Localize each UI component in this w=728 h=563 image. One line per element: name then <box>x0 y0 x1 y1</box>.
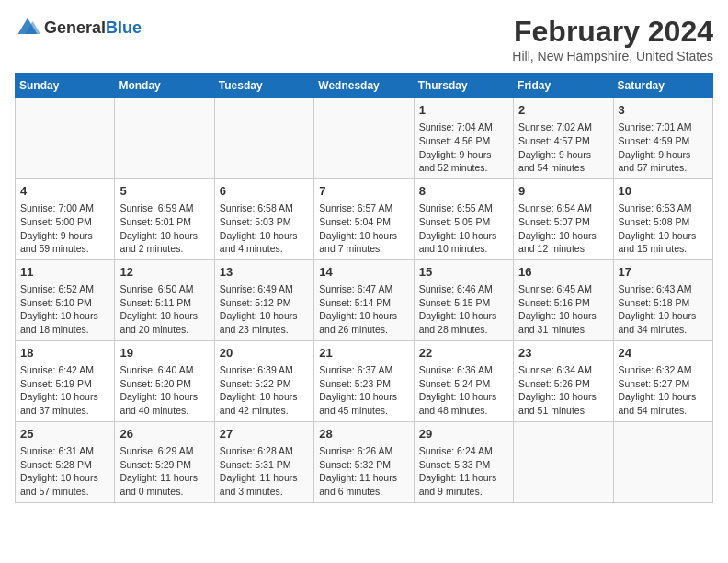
day-detail: Sunrise: 6:36 AMSunset: 5:24 PMDaylight:… <box>419 363 508 418</box>
calendar-cell: 12Sunrise: 6:50 AMSunset: 5:11 PMDayligh… <box>115 259 214 340</box>
day-detail: Sunrise: 6:59 AMSunset: 5:01 PMDaylight:… <box>119 201 209 256</box>
day-detail: Sunrise: 6:50 AMSunset: 5:11 PMDaylight:… <box>119 282 209 337</box>
calendar-cell: 27Sunrise: 6:28 AMSunset: 5:31 PMDayligh… <box>214 421 313 502</box>
day-detail: Sunrise: 6:45 AMSunset: 5:16 PMDaylight:… <box>518 282 608 337</box>
calendar-cell <box>613 421 712 502</box>
calendar-cell: 2Sunrise: 7:02 AMSunset: 4:57 PMDaylight… <box>514 98 613 179</box>
day-detail: Sunrise: 6:32 AMSunset: 5:27 PMDaylight:… <box>619 363 708 418</box>
calendar-cell <box>214 98 313 179</box>
subtitle: Hill, New Hampshire, United States <box>512 49 713 63</box>
day-detail: Sunrise: 7:01 AMSunset: 4:59 PMDaylight:… <box>619 121 708 175</box>
day-number: 20 <box>220 345 309 362</box>
calendar-cell: 4Sunrise: 7:00 AMSunset: 5:00 PMDaylight… <box>16 178 115 259</box>
calendar-cell: 14Sunrise: 6:47 AMSunset: 5:14 PMDayligh… <box>314 259 414 340</box>
calendar-cell: 19Sunrise: 6:40 AMSunset: 5:20 PMDayligh… <box>115 340 214 421</box>
day-number: 5 <box>119 183 209 200</box>
calendar-cell <box>115 98 214 179</box>
calendar-cell: 16Sunrise: 6:45 AMSunset: 5:16 PMDayligh… <box>514 259 613 340</box>
day-number: 17 <box>619 264 708 281</box>
day-number: 9 <box>518 183 608 200</box>
calendar-cell: 7Sunrise: 6:57 AMSunset: 5:04 PMDaylight… <box>314 178 414 259</box>
day-detail: Sunrise: 6:49 AMSunset: 5:12 PMDaylight:… <box>220 282 309 337</box>
day-number: 28 <box>319 426 408 442</box>
page-header: General Blue February 2024 Hill, New Ham… <box>15 15 713 63</box>
calendar-cell: 1Sunrise: 7:04 AMSunset: 4:56 PMDaylight… <box>414 98 513 179</box>
day-detail: Sunrise: 6:24 AMSunset: 5:33 PMDaylight:… <box>419 444 508 499</box>
col-header-tuesday: Tuesday <box>214 74 313 98</box>
day-detail: Sunrise: 6:47 AMSunset: 5:14 PMDaylight:… <box>319 282 408 337</box>
calendar-cell: 25Sunrise: 6:31 AMSunset: 5:28 PMDayligh… <box>16 421 115 502</box>
day-number: 29 <box>419 426 508 442</box>
calendar-cell: 11Sunrise: 6:52 AMSunset: 5:10 PMDayligh… <box>16 259 115 340</box>
day-number: 7 <box>319 183 408 200</box>
calendar-cell: 10Sunrise: 6:53 AMSunset: 5:08 PMDayligh… <box>613 178 712 259</box>
day-number: 27 <box>220 426 309 442</box>
week-row-1: 1Sunrise: 7:04 AMSunset: 4:56 PMDaylight… <box>16 98 713 179</box>
day-detail: Sunrise: 6:29 AMSunset: 5:29 PMDaylight:… <box>119 444 209 499</box>
day-detail: Sunrise: 6:58 AMSunset: 5:03 PMDaylight:… <box>220 201 309 256</box>
day-detail: Sunrise: 6:57 AMSunset: 5:04 PMDaylight:… <box>319 201 408 256</box>
day-number: 13 <box>220 264 309 281</box>
day-number: 8 <box>419 183 508 200</box>
calendar-cell: 3Sunrise: 7:01 AMSunset: 4:59 PMDaylight… <box>613 98 712 179</box>
day-detail: Sunrise: 6:55 AMSunset: 5:05 PMDaylight:… <box>419 201 508 256</box>
day-detail: Sunrise: 6:31 AMSunset: 5:28 PMDaylight:… <box>20 444 109 499</box>
col-header-saturday: Saturday <box>613 74 712 98</box>
calendar-cell: 26Sunrise: 6:29 AMSunset: 5:29 PMDayligh… <box>115 421 214 502</box>
logo-general: General <box>44 18 106 38</box>
calendar-cell: 15Sunrise: 6:46 AMSunset: 5:15 PMDayligh… <box>414 259 513 340</box>
col-header-monday: Monday <box>115 74 214 98</box>
day-detail: Sunrise: 6:46 AMSunset: 5:15 PMDaylight:… <box>419 282 508 337</box>
calendar-cell <box>16 98 115 179</box>
day-detail: Sunrise: 6:34 AMSunset: 5:26 PMDaylight:… <box>518 363 608 418</box>
calendar-cell: 8Sunrise: 6:55 AMSunset: 5:05 PMDaylight… <box>414 178 513 259</box>
calendar-cell: 13Sunrise: 6:49 AMSunset: 5:12 PMDayligh… <box>214 259 313 340</box>
calendar-cell: 18Sunrise: 6:42 AMSunset: 5:19 PMDayligh… <box>16 340 115 421</box>
calendar-cell: 20Sunrise: 6:39 AMSunset: 5:22 PMDayligh… <box>214 340 313 421</box>
day-number: 21 <box>319 345 408 362</box>
col-header-friday: Friday <box>514 74 613 98</box>
day-number: 25 <box>20 426 109 442</box>
day-detail: Sunrise: 6:28 AMSunset: 5:31 PMDaylight:… <box>220 444 309 499</box>
day-number: 6 <box>220 183 309 200</box>
day-detail: Sunrise: 6:54 AMSunset: 5:07 PMDaylight:… <box>518 201 608 256</box>
day-number: 2 <box>518 102 608 119</box>
calendar-cell: 24Sunrise: 6:32 AMSunset: 5:27 PMDayligh… <box>613 340 712 421</box>
calendar-cell: 6Sunrise: 6:58 AMSunset: 5:03 PMDaylight… <box>214 178 313 259</box>
calendar-cell: 23Sunrise: 6:34 AMSunset: 5:26 PMDayligh… <box>514 340 613 421</box>
logo-blue: Blue <box>106 18 142 38</box>
day-number: 18 <box>20 345 109 362</box>
logo: General Blue <box>15 15 142 40</box>
day-detail: Sunrise: 7:00 AMSunset: 5:00 PMDaylight:… <box>20 201 109 256</box>
calendar-cell: 22Sunrise: 6:36 AMSunset: 5:24 PMDayligh… <box>414 340 513 421</box>
day-detail: Sunrise: 6:52 AMSunset: 5:10 PMDaylight:… <box>20 282 109 337</box>
day-number: 11 <box>20 264 109 281</box>
day-detail: Sunrise: 6:53 AMSunset: 5:08 PMDaylight:… <box>619 201 708 256</box>
col-header-thursday: Thursday <box>414 74 513 98</box>
day-number: 22 <box>419 345 508 362</box>
day-number: 15 <box>419 264 508 281</box>
day-detail: Sunrise: 6:43 AMSunset: 5:18 PMDaylight:… <box>619 282 708 337</box>
calendar-cell: 5Sunrise: 6:59 AMSunset: 5:01 PMDaylight… <box>115 178 214 259</box>
day-detail: Sunrise: 6:42 AMSunset: 5:19 PMDaylight:… <box>20 363 109 418</box>
day-detail: Sunrise: 6:39 AMSunset: 5:22 PMDaylight:… <box>220 363 309 418</box>
day-number: 1 <box>419 102 508 119</box>
title-block: February 2024 Hill, New Hampshire, Unite… <box>512 15 713 63</box>
calendar-cell <box>514 421 613 502</box>
day-detail: Sunrise: 7:02 AMSunset: 4:57 PMDaylight:… <box>518 121 608 175</box>
col-header-wednesday: Wednesday <box>314 74 414 98</box>
logo-icon <box>15 15 40 40</box>
col-header-sunday: Sunday <box>16 74 115 98</box>
main-title: February 2024 <box>512 15 713 49</box>
calendar-cell: 28Sunrise: 6:26 AMSunset: 5:32 PMDayligh… <box>314 421 414 502</box>
day-number: 23 <box>518 345 608 362</box>
day-number: 14 <box>319 264 408 281</box>
logo-text: General Blue <box>44 18 142 38</box>
day-number: 12 <box>119 264 209 281</box>
day-number: 4 <box>20 183 109 200</box>
day-number: 10 <box>619 183 708 200</box>
calendar-cell <box>314 98 414 179</box>
day-detail: Sunrise: 6:26 AMSunset: 5:32 PMDaylight:… <box>319 444 408 499</box>
day-number: 24 <box>619 345 708 362</box>
header-row: SundayMondayTuesdayWednesdayThursdayFrid… <box>16 74 713 98</box>
